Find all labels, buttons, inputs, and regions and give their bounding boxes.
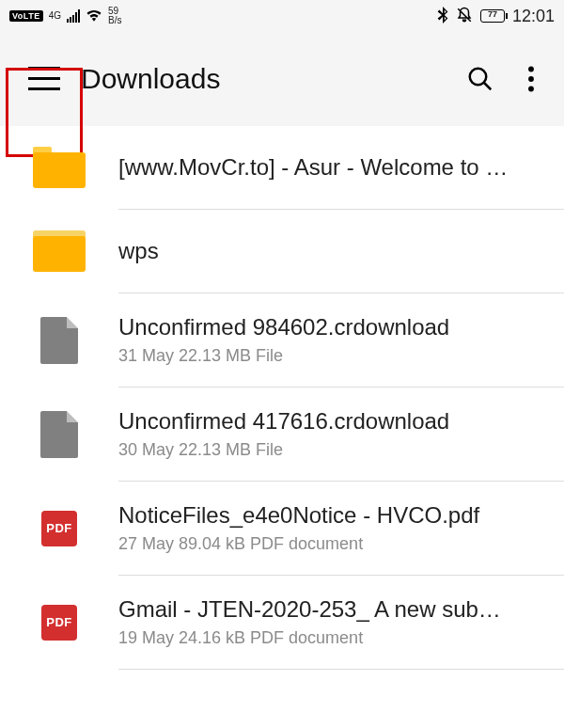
svg-point-7 xyxy=(528,87,534,92)
page-title: Downloads xyxy=(81,63,455,95)
item-name: Gmail - JTEN-2020-253_ A new sub… xyxy=(118,596,545,623)
list-item[interactable]: PDF NoticeFiles_e4e0Notice - HVCO.pdf 27… xyxy=(0,482,564,575)
svg-point-3 xyxy=(470,69,487,86)
file-icon xyxy=(40,411,78,458)
overflow-button[interactable] xyxy=(506,54,556,104)
list-item[interactable]: PDF Gmail - JTEN-2020-253_ A new sub… 19… xyxy=(0,576,564,669)
svg-rect-2 xyxy=(28,87,60,90)
item-meta: 30 May 22.13 MB File xyxy=(118,440,545,460)
item-name: NoticeFiles_e4e0Notice - HVCO.pdf xyxy=(118,502,545,529)
item-meta: 27 May 89.04 kB PDF document xyxy=(118,534,545,554)
mute-icon xyxy=(456,7,473,26)
more-vert-icon xyxy=(527,66,535,92)
menu-button[interactable] xyxy=(8,32,81,126)
bluetooth-icon xyxy=(437,7,448,26)
status-bar: VoLTE 4G 59 B/s 77 12:01 xyxy=(0,0,564,32)
item-name: Unconfirmed 417616.crdownload xyxy=(118,408,545,435)
volte-badge: VoLTE xyxy=(9,10,43,22)
svg-point-6 xyxy=(528,76,534,82)
item-name: [www.MovCr.to] - Asur - Welcome to … xyxy=(118,154,545,181)
svg-line-4 xyxy=(484,83,492,90)
list-item[interactable]: Unconfirmed 984602.crdownload 31 May 22.… xyxy=(0,293,564,387)
search-button[interactable] xyxy=(455,54,506,104)
status-left: VoLTE 4G 59 B/s xyxy=(9,7,121,25)
folder-icon xyxy=(33,230,86,272)
svg-point-5 xyxy=(528,67,534,72)
list-item[interactable]: [www.MovCr.to] - Asur - Welcome to … xyxy=(0,126,564,209)
file-list: [www.MovCr.to] - Asur - Welcome to … wps… xyxy=(0,126,564,670)
item-meta: 19 May 24.16 kB PDF document xyxy=(118,628,545,648)
folder-icon xyxy=(33,147,86,188)
list-item[interactable]: wps xyxy=(0,210,564,293)
pdf-icon: PDF xyxy=(41,511,77,546)
clock: 12:01 xyxy=(512,7,555,26)
signal-icon xyxy=(67,9,80,23)
svg-rect-0 xyxy=(28,67,60,70)
hamburger-icon xyxy=(28,67,60,91)
speed-indicator: 59 B/s xyxy=(108,7,121,25)
app-bar: Downloads xyxy=(0,32,564,126)
network-label: 4G xyxy=(49,11,61,21)
status-right: 77 12:01 xyxy=(437,7,555,26)
item-name: wps xyxy=(118,238,545,264)
search-icon xyxy=(466,65,494,93)
wifi-icon xyxy=(86,8,102,24)
item-name: Unconfirmed 984602.crdownload xyxy=(118,314,545,340)
file-icon xyxy=(40,317,78,364)
svg-rect-1 xyxy=(28,77,60,80)
battery-icon: 77 xyxy=(480,9,505,23)
list-item[interactable]: Unconfirmed 417616.crdownload 30 May 22.… xyxy=(0,388,564,481)
pdf-icon: PDF xyxy=(41,605,77,641)
item-meta: 31 May 22.13 MB File xyxy=(118,346,545,366)
divider xyxy=(118,669,564,670)
